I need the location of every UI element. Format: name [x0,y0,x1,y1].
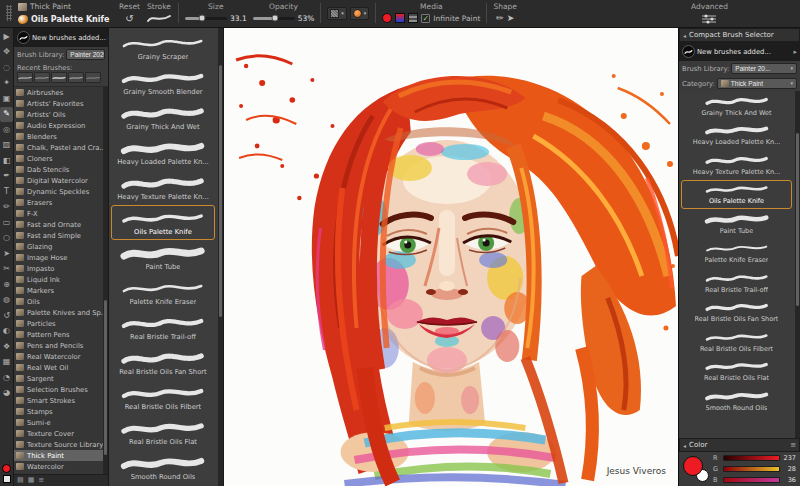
channel-value[interactable]: 237 [783,454,796,462]
brush-variant-item[interactable]: Real Bristle Trail-off [111,310,215,345]
brush-variant-item[interactable]: Smooth Round Oils [681,386,792,416]
brush-variant-item[interactable]: Real Bristle Oils Fan Short [681,298,792,328]
brush-category-item[interactable]: Blenders [14,131,103,142]
recent-brush-icon[interactable] [34,72,50,83]
panel-menu-icon[interactable]: ≡ [38,476,44,485]
mirror-painting-tool[interactable]: ◐ [0,324,13,340]
brush-variant-item[interactable]: Grainy Thick And Wet [681,91,792,121]
scrollbar-thumb[interactable] [796,133,799,307]
rp-library-dropdown[interactable]: Painter 20... ▾ [731,63,797,74]
brush-category-item[interactable]: Real Watercolor [14,351,103,362]
brush-variant-item[interactable]: Oils Palette Knife [681,180,792,210]
brush-variant-item[interactable]: Real Bristle Oils Flat [111,415,215,450]
brush-variant-item[interactable]: Real Bristle Oils Filbert [111,380,215,415]
brush-category-item[interactable]: Markers [14,285,103,296]
channel-slider[interactable] [723,477,780,483]
brush-category-item[interactable]: Chalk, Pastel and Cra... [14,142,103,153]
advanced-sliders-icon[interactable] [701,14,717,24]
list-view-icon[interactable]: ▤ [17,476,24,485]
brush-category-item[interactable]: Palette Knives and Sp... [14,307,103,318]
shape-pen-icon[interactable]: ✏ [496,13,504,24]
rotate-page-tool[interactable]: ↺ [0,308,13,324]
brush-variant-item[interactable]: Heavy Texture Palette Kn... [111,170,215,205]
brush-library-dropdown[interactable]: Painter 2020 Brushes ▾ [66,49,105,60]
brush-category-item[interactable]: Oils [14,296,103,307]
brush-variant-item[interactable]: Palette Knife Eraser [111,275,215,310]
collapse-arrow-icon[interactable]: ◂ [683,32,686,39]
banner-arrow-icon[interactable]: ▸ [793,48,797,56]
text-tool[interactable]: T [0,184,13,200]
infinite-paint-checkbox[interactable]: ✓ [421,14,430,23]
hand-tool[interactable]: ⊕ [0,277,13,293]
brush-variant-item[interactable]: Real Bristle Oils Filbert [681,327,792,357]
magic-wand-tool[interactable]: ✦ [0,76,13,92]
brush-category-item[interactable]: Fast and Ornate [14,219,103,230]
brush-category-item[interactable]: Sargent [14,373,103,384]
paper-color-swatch[interactable] [3,475,11,483]
new-brushes-banner[interactable]: New brushes added... ▸ [14,28,108,47]
new-brushes-banner[interactable]: New brushes added... ▸ [679,42,800,61]
brush-variant-item[interactable]: Grainy Scraper [111,30,215,65]
rp-scrollbar[interactable] [795,91,800,438]
scrollbar-thumb[interactable] [219,65,222,317]
panel-grip-icon[interactable] [6,5,12,21]
flow-map-selector[interactable]: ▾ [350,7,370,20]
brush-tool[interactable]: ✎ [0,107,13,123]
magnifier-tool[interactable]: ◍ [0,293,13,309]
category-scrollbar[interactable] [103,87,108,474]
dodge-tool[interactable]: ◔ [0,370,13,386]
eraser-tool[interactable]: ▨ [0,138,13,154]
brush-category-item[interactable]: Thick Paint [14,450,103,461]
brush-category-item[interactable]: Watercolor [14,461,103,472]
pen-tool[interactable]: ✏ [0,200,13,216]
brush-variant-item[interactable]: Grainy Smooth Blender [111,65,215,100]
recent-brush-icon[interactable] [68,72,84,83]
brush-category-item[interactable]: Liquid Ink [14,274,103,285]
channel-slider[interactable] [723,466,780,472]
brush-category-item[interactable]: Pattern Pens [14,329,103,340]
size-value[interactable]: 33.1 [230,14,247,23]
lasso-tool[interactable]: ◌ [0,60,13,76]
brush-category-item[interactable]: Cloners [14,153,103,164]
brush-category-item[interactable]: Digital Watercolor [14,175,103,186]
brush-variant-item[interactable]: Grainy Thick And Wet [111,100,215,135]
dropper-tool[interactable]: ✒ [0,169,13,185]
main-color-swatch[interactable] [2,464,11,473]
brush-variant-item[interactable]: Smooth Round Oils [111,450,215,485]
brush-category-item[interactable]: F-X [14,208,103,219]
brush-category-item[interactable]: Glazing [14,241,103,252]
brush-category-item[interactable]: Stamps [14,406,103,417]
brush-category-item[interactable]: Particles [14,318,103,329]
crop-tool[interactable]: ▣ [0,91,13,107]
burn-tool[interactable]: ◕ [0,386,13,402]
brush-variant-item[interactable]: Real Bristle Oils Flat [681,357,792,387]
brush-category-item[interactable]: Airbrushes [14,87,103,98]
brush-category-item[interactable]: Erasers [14,197,103,208]
brush-variant-item[interactable]: Oils Palette Knife [111,205,215,240]
brush-category-item[interactable]: Artists' Oils [14,109,103,120]
brush-variant-item[interactable]: Palette Knife Eraser [681,239,792,269]
brush-variant-item[interactable]: Paint Tube [111,240,215,275]
channel-value[interactable]: 36 [783,476,796,484]
kaleidoscope-tool[interactable]: ❖ [0,339,13,355]
brush-variant-item[interactable]: Real Bristle Trail-off [681,268,792,298]
brush-variant-label[interactable]: Oils Palette Knife [31,15,109,24]
cloner-tool[interactable]: ◎ [0,122,13,138]
media-gradient-swatch[interactable] [395,13,405,23]
channel-slider[interactable] [723,455,780,461]
transform-tool[interactable]: ▶ [0,29,13,45]
brush-category-item[interactable]: Artists' Favorites [14,98,103,109]
canvas[interactable]: Jesus Viveros [224,28,678,486]
paint-bucket-tool[interactable]: ◧ [0,153,13,169]
layer-adjuster-tool[interactable]: ✥ [0,45,13,61]
brush-category-item[interactable]: Dynamic Speckles [14,186,103,197]
variant-scrollbar[interactable] [218,28,223,486]
recent-brush-icon[interactable] [51,72,67,83]
brush-variant-item[interactable]: Real Bristle Oils Fan Short [111,345,215,380]
recent-brush-icon[interactable] [85,72,101,83]
brush-variant-item[interactable]: Paint Tube [681,209,792,239]
recent-brush-icon[interactable] [17,72,33,83]
color-menu-icon[interactable]: ≡ [790,441,796,449]
opacity-slider[interactable] [253,17,295,20]
perspective-grid-tool[interactable]: ▦ [0,355,13,371]
